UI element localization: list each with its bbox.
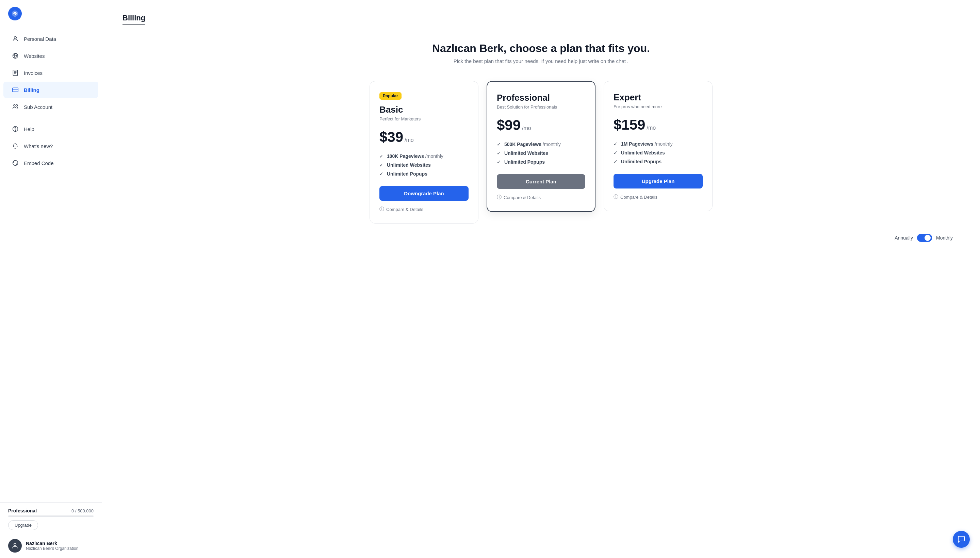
plan-usage: 0 / 500.000 (71, 508, 94, 514)
annually-label: Annually (895, 235, 913, 241)
feature-bold: Unlimited Websites (504, 150, 548, 156)
info-icon: ⓘ (614, 194, 618, 200)
sidebar-item-whats-new[interactable]: What's new? (3, 138, 98, 154)
plan-bar (8, 515, 94, 517)
check-icon: ✓ (614, 159, 617, 164)
chat-button[interactable] (953, 531, 970, 548)
check-icon: ✓ (379, 171, 384, 177)
plan-card-professional: Professional Best Solution for Professio… (487, 81, 596, 212)
plan-name: Professional (8, 508, 37, 514)
billing-icon (11, 86, 19, 94)
logo-area (0, 0, 102, 27)
svg-rect-4 (13, 70, 17, 76)
price-period-professional: /mo (522, 125, 531, 131)
avatar (8, 539, 22, 553)
plan-title-professional: Professional (497, 92, 585, 103)
price-amount-basic: $39 (379, 129, 403, 145)
sidebar-item-websites[interactable]: Websites (3, 48, 98, 64)
plan-features-expert: ✓ 1M Pageviews /monthly ✓ Unlimited Webs… (614, 141, 703, 164)
upgrade-button[interactable]: Upgrade (8, 520, 38, 530)
feature-bold: 100K Pageviews (387, 153, 424, 159)
help-icon (11, 125, 19, 133)
plan-features-basic: ✓ 100K Pageviews /monthly ✓ Unlimited We… (379, 153, 469, 177)
check-icon: ✓ (379, 162, 384, 168)
plan-desc-basic: Perfect for Marketers (379, 117, 469, 121)
feature-bold: 1M Pageviews (621, 141, 653, 147)
feature-bold: Unlimited Popups (621, 159, 662, 164)
billing-toggle-switch[interactable] (917, 234, 932, 242)
feature-light: /monthly (425, 153, 443, 159)
price-amount-professional: $99 (497, 117, 520, 133)
check-icon: ✓ (497, 159, 501, 165)
toggle-knob (924, 235, 931, 241)
feature-item: ✓ 1M Pageviews /monthly (614, 141, 703, 147)
feature-item: ✓ Unlimited Popups (497, 159, 585, 165)
sidebar-item-label: Billing (24, 87, 39, 93)
compare-details-basic[interactable]: ⓘ Compare & Details (379, 206, 469, 212)
plan-features-professional: ✓ 500K Pageviews /monthly ✓ Unlimited We… (497, 141, 585, 165)
nav-divider (8, 118, 94, 118)
feature-bold: Unlimited Websites (621, 150, 665, 156)
svg-point-7 (16, 105, 18, 106)
billing-heading: Nazlıcan Berk, choose a plan that fits y… (123, 42, 960, 55)
svg-point-1 (14, 13, 16, 14)
billing-toggle: Annually Monthly (123, 234, 960, 242)
info-icon: ⓘ (497, 194, 502, 200)
svg-point-9 (15, 131, 16, 131)
user-org: Nazlıcan Berk's Organization (26, 546, 78, 551)
compare-label: Compare & Details (504, 195, 541, 200)
svg-point-2 (14, 36, 17, 39)
sidebar-item-label: Embed Code (24, 160, 54, 166)
billing-subtext: Pick the best plan that fits your needs.… (123, 58, 960, 64)
compare-details-professional[interactable]: ⓘ Compare & Details (497, 194, 585, 200)
price-amount-expert: $159 (614, 117, 645, 133)
current-plan-button: Current Plan (497, 174, 585, 189)
main-nav: Personal Data Websites Invoices (0, 27, 102, 502)
sidebar-item-invoices[interactable]: Invoices (3, 65, 98, 81)
price-period-expert: /mo (647, 125, 656, 131)
feature-item: ✓ Unlimited Popups (614, 159, 703, 164)
sidebar-item-label: Sub Account (24, 104, 53, 110)
check-icon: ✓ (497, 150, 501, 156)
sidebar-item-embed-code[interactable]: Embed Code (3, 155, 98, 171)
plan-card-expert: Expert For pros who need more $159 /mo ✓… (604, 81, 712, 211)
sidebar-item-label: Personal Data (24, 36, 56, 42)
svg-rect-5 (13, 88, 18, 92)
feature-item: ✓ Unlimited Websites (497, 150, 585, 156)
upgrade-plan-button[interactable]: Upgrade Plan (614, 174, 703, 189)
billing-header: Nazlıcan Berk, choose a plan that fits y… (123, 42, 960, 64)
sidebar: Personal Data Websites Invoices (0, 0, 102, 558)
sidebar-footer: Professional 0 / 500.000 Upgrade Nazlıca… (0, 502, 102, 558)
plan-price-basic: $39 /mo (379, 129, 469, 145)
compare-details-expert[interactable]: ⓘ Compare & Details (614, 194, 703, 200)
check-icon: ✓ (497, 141, 501, 147)
sidebar-item-billing[interactable]: Billing (3, 82, 98, 98)
plan-title-expert: Expert (614, 92, 703, 103)
svg-point-11 (14, 543, 16, 546)
downgrade-plan-button[interactable]: Downgrade Plan (379, 186, 469, 201)
main-content: Billing Nazlıcan Berk, choose a plan tha… (102, 0, 980, 558)
feature-light: /monthly (543, 141, 561, 147)
feature-light: /monthly (655, 141, 673, 147)
check-icon: ✓ (614, 150, 617, 156)
sidebar-item-help[interactable]: Help (3, 121, 98, 137)
sidebar-item-personal-data[interactable]: Personal Data (3, 31, 98, 47)
plan-price-professional: $99 /mo (497, 117, 585, 133)
check-icon: ✓ (614, 141, 617, 147)
feature-bold: Unlimited Websites (387, 162, 431, 168)
plan-price-expert: $159 /mo (614, 117, 703, 133)
sidebar-item-label: What's new? (24, 143, 53, 149)
svg-point-10 (13, 161, 18, 166)
plan-desc-expert: For pros who need more (614, 104, 703, 109)
compare-label: Compare & Details (621, 195, 657, 200)
sidebar-item-label: Invoices (24, 70, 43, 76)
compare-label: Compare & Details (386, 207, 423, 212)
feature-item: ✓ Unlimited Websites (614, 150, 703, 156)
user-profile: Nazlıcan Berk Nazlıcan Berk's Organizati… (8, 534, 94, 553)
bell-icon (11, 142, 19, 150)
user-name: Nazlıcan Berk (26, 541, 78, 546)
page-title: Billing (123, 14, 145, 25)
feature-bold: 500K Pageviews (504, 141, 542, 147)
sidebar-item-sub-account[interactable]: Sub Account (3, 98, 98, 115)
price-period-basic: /mo (405, 137, 414, 143)
